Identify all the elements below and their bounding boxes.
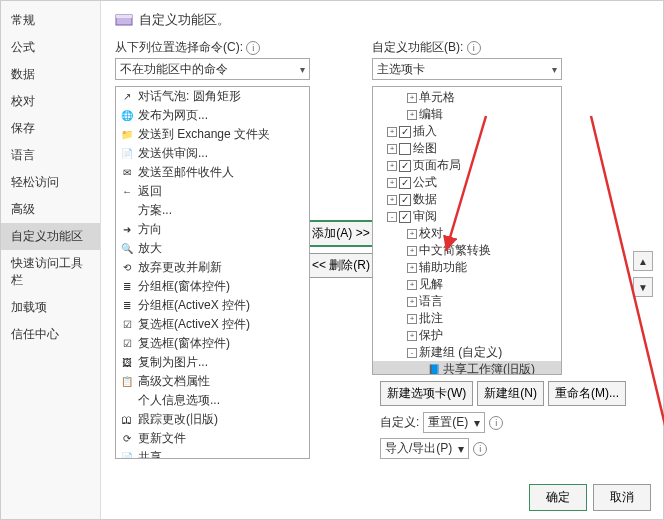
info-icon[interactable]: i bbox=[489, 416, 503, 430]
tree-node[interactable]: +✓数据 bbox=[373, 191, 561, 208]
tree-node[interactable]: +编辑 bbox=[373, 106, 561, 123]
expand-icon[interactable]: + bbox=[387, 195, 397, 205]
tree-node[interactable]: +辅助功能 bbox=[373, 259, 561, 276]
command-item[interactable]: 🖼复制为图片... bbox=[116, 353, 309, 372]
rename-button[interactable]: 重命名(M)... bbox=[548, 381, 626, 406]
tree-label: 公式 bbox=[413, 174, 437, 191]
move-down-button[interactable]: ▼ bbox=[633, 277, 653, 297]
expand-icon[interactable]: + bbox=[407, 331, 417, 341]
tree-checkbox[interactable]: ✓ bbox=[399, 211, 411, 223]
tree-checkbox[interactable]: ✓ bbox=[399, 126, 411, 138]
tree-label: 共享工作簿(旧版) bbox=[443, 361, 535, 375]
remove-button[interactable]: << 删除(R) bbox=[305, 253, 377, 278]
tree-node[interactable]: -✓审阅 bbox=[373, 208, 561, 225]
tree-node[interactable]: +✓公式 bbox=[373, 174, 561, 191]
command-item[interactable]: ←返回 bbox=[116, 182, 309, 201]
info-icon[interactable]: i bbox=[473, 442, 487, 456]
customize-ribbon-combo[interactable]: 主选项卡 ▾ bbox=[372, 58, 562, 80]
sidebar-item-data[interactable]: 数据 bbox=[1, 61, 100, 88]
sidebar-item-quick-access[interactable]: 快速访问工具栏 bbox=[1, 250, 100, 294]
tree-node[interactable]: +中文简繁转换 bbox=[373, 242, 561, 259]
expand-icon[interactable]: + bbox=[407, 263, 417, 273]
tree-node[interactable]: +绘图 bbox=[373, 140, 561, 157]
command-label: 发布为网页... bbox=[138, 107, 208, 124]
commands-listbox[interactable]: ↗对话气泡: 圆角矩形🌐发布为网页...📁发送到 Exchange 文件夹📄发送… bbox=[115, 86, 310, 459]
info-icon[interactable]: i bbox=[467, 41, 481, 55]
expand-icon[interactable]: + bbox=[407, 246, 417, 256]
command-item[interactable]: ≣分组框(ActiveX 控件) bbox=[116, 296, 309, 315]
collapse-icon[interactable]: - bbox=[407, 348, 417, 358]
tree-checkbox[interactable]: ✓ bbox=[399, 194, 411, 206]
collapse-icon[interactable]: - bbox=[387, 212, 397, 222]
tree-node[interactable]: +校对 bbox=[373, 225, 561, 242]
reset-combo[interactable]: 重置(E)▾ bbox=[423, 412, 485, 433]
choose-commands-combo[interactable]: 不在功能区中的命令 ▾ bbox=[115, 58, 310, 80]
command-item[interactable]: 🔍放大 bbox=[116, 239, 309, 258]
sidebar-item-save[interactable]: 保存 bbox=[1, 115, 100, 142]
new-group-button[interactable]: 新建组(N) bbox=[477, 381, 544, 406]
command-item[interactable]: ☑复选框(窗体控件) bbox=[116, 334, 309, 353]
sidebar-item-proofing[interactable]: 校对 bbox=[1, 88, 100, 115]
expand-icon[interactable]: + bbox=[407, 280, 417, 290]
command-label: 方向 bbox=[138, 221, 162, 238]
command-item[interactable]: 📁发送到 Exchange 文件夹 bbox=[116, 125, 309, 144]
sidebar-item-customize-ribbon[interactable]: 自定义功能区 bbox=[1, 223, 100, 250]
command-label: 更新文件 bbox=[138, 430, 186, 447]
tree-node[interactable]: +✓页面布局 bbox=[373, 157, 561, 174]
command-item[interactable]: 🌐发布为网页... bbox=[116, 106, 309, 125]
sidebar-item-general[interactable]: 常规 bbox=[1, 7, 100, 34]
sidebar-item-formulas[interactable]: 公式 bbox=[1, 34, 100, 61]
sidebar-item-advanced[interactable]: 高级 bbox=[1, 196, 100, 223]
svg-rect-1 bbox=[116, 15, 132, 18]
command-item[interactable]: 方案... bbox=[116, 201, 309, 220]
expand-icon[interactable]: + bbox=[407, 229, 417, 239]
tree-checkbox[interactable] bbox=[399, 143, 411, 155]
move-up-button[interactable]: ▲ bbox=[633, 251, 653, 271]
tree-node[interactable]: +语言 bbox=[373, 293, 561, 310]
expand-icon[interactable]: + bbox=[387, 144, 397, 154]
command-item[interactable]: 📋高级文档属性 bbox=[116, 372, 309, 391]
tree-node[interactable]: +见解 bbox=[373, 276, 561, 293]
command-label: 复制为图片... bbox=[138, 354, 208, 371]
command-item[interactable]: ☑复选框(ActiveX 控件) bbox=[116, 315, 309, 334]
ribbon-tree[interactable]: +单元格+编辑+✓插入+绘图+✓页面布局+✓公式+✓数据-✓审阅+校对+中文简繁… bbox=[372, 86, 562, 375]
command-item[interactable]: 个人信息选项... bbox=[116, 391, 309, 410]
tree-node[interactable]: -新建组 (自定义) bbox=[373, 344, 561, 361]
expand-icon[interactable]: + bbox=[407, 110, 417, 120]
command-item[interactable]: ⟲放弃更改并刷新 bbox=[116, 258, 309, 277]
expand-icon[interactable]: + bbox=[407, 93, 417, 103]
tree-label: 新建组 (自定义) bbox=[419, 344, 502, 361]
expand-icon[interactable]: + bbox=[387, 161, 397, 171]
sidebar-item-trust-center[interactable]: 信任中心 bbox=[1, 321, 100, 348]
command-item[interactable]: ↗对话气泡: 圆角矩形 bbox=[116, 87, 309, 106]
tree-checkbox[interactable]: ✓ bbox=[399, 160, 411, 172]
command-label: 放弃更改并刷新 bbox=[138, 259, 222, 276]
expand-icon[interactable]: + bbox=[407, 314, 417, 324]
command-item[interactable]: 📄共享 bbox=[116, 448, 309, 459]
expand-icon[interactable]: + bbox=[407, 297, 417, 307]
cancel-button[interactable]: 取消 bbox=[593, 484, 651, 511]
info-icon[interactable]: i bbox=[246, 41, 260, 55]
import-export-combo[interactable]: 导入/导出(P)▾ bbox=[380, 438, 469, 459]
new-tab-button[interactable]: 新建选项卡(W) bbox=[380, 381, 473, 406]
command-item[interactable]: ➜方向 bbox=[116, 220, 309, 239]
add-button[interactable]: 添加(A) >> bbox=[304, 220, 377, 247]
sidebar-item-accessibility[interactable]: 轻松访问 bbox=[1, 169, 100, 196]
command-item[interactable]: 📄发送供审阅... bbox=[116, 144, 309, 163]
tree-node[interactable]: +保护 bbox=[373, 327, 561, 344]
tree-checkbox[interactable]: ✓ bbox=[399, 177, 411, 189]
command-item[interactable]: 🕮跟踪更改(旧版) bbox=[116, 410, 309, 429]
sidebar-item-language[interactable]: 语言 bbox=[1, 142, 100, 169]
tree-label: 数据 bbox=[413, 191, 437, 208]
command-item[interactable]: ⟳更新文件 bbox=[116, 429, 309, 448]
tree-node[interactable]: +✓插入 bbox=[373, 123, 561, 140]
sidebar-item-addins[interactable]: 加载项 bbox=[1, 294, 100, 321]
expand-icon[interactable]: + bbox=[387, 178, 397, 188]
expand-icon[interactable]: + bbox=[387, 127, 397, 137]
command-item[interactable]: ✉发送至邮件收件人 bbox=[116, 163, 309, 182]
command-item[interactable]: ≣分组框(窗体控件) bbox=[116, 277, 309, 296]
tree-node[interactable]: +单元格 bbox=[373, 89, 561, 106]
ok-button[interactable]: 确定 bbox=[529, 484, 587, 511]
tree-node[interactable]: +批注 bbox=[373, 310, 561, 327]
tree-node[interactable]: 📘共享工作簿(旧版) bbox=[373, 361, 561, 375]
